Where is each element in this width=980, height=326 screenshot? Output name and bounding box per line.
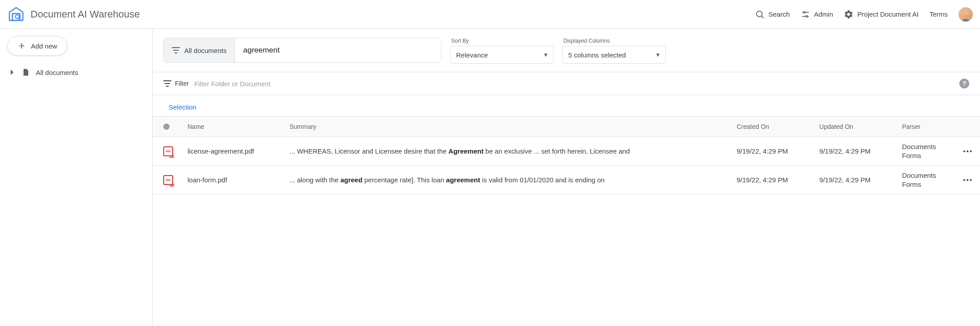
tune-icon <box>801 9 810 19</box>
more-icon: ••• <box>963 147 973 155</box>
summary-text: ... WHEREAS, Licensor and Licensee desir… <box>289 146 722 156</box>
app-title: Document AI Warehouse <box>30 9 140 20</box>
sort-by-value: Relevance <box>456 51 488 59</box>
col-header-summary[interactable]: Summary <box>282 117 729 137</box>
dropdown-arrow-icon: ▾ <box>656 51 660 59</box>
table-row[interactable]: loan-form.pdf ... along with the agreed … <box>152 166 980 194</box>
parser-cell: DocumentsForms <box>902 142 949 160</box>
header-search-button[interactable]: Search <box>755 9 790 19</box>
row-actions-menu[interactable]: ••• <box>956 166 980 194</box>
pdf-icon <box>163 146 173 156</box>
updated-on: 9/19/22, 4:29 PM <box>812 137 895 166</box>
header-terms-label: Terms <box>929 10 948 18</box>
search-container: All documents <box>163 38 441 63</box>
search-scope-label: All documents <box>184 47 226 54</box>
svg-rect-18 <box>165 83 170 84</box>
header-project-label: Project Document AI <box>857 10 919 18</box>
svg-rect-15 <box>173 50 179 51</box>
columns-value: 5 columns selected <box>568 51 626 59</box>
search-scope-selector[interactable]: All documents <box>164 38 235 62</box>
sort-by-label: Sort By <box>450 38 553 44</box>
header-admin-button[interactable]: Admin <box>801 9 833 19</box>
columns-label: Displayed Columns <box>562 38 666 44</box>
more-icon: ••• <box>963 176 973 184</box>
app-header: Document AI Warehouse Search Admin Proj <box>0 0 980 29</box>
svg-point-1 <box>15 14 19 18</box>
document-icon <box>22 68 30 76</box>
header-search-label: Search <box>768 10 790 18</box>
dropdown-arrow-icon: ▾ <box>544 51 548 59</box>
help-icon[interactable]: ? <box>959 79 969 88</box>
file-name: license-agreement.pdf <box>187 147 254 155</box>
svg-rect-17 <box>163 80 171 81</box>
col-header-updated[interactable]: Updated On <box>812 117 895 137</box>
file-name: loan-form.pdf <box>187 176 227 184</box>
columns-dropdown[interactable]: 5 columns selected ▾ <box>562 46 666 64</box>
header-terms-link[interactable]: Terms <box>929 10 948 18</box>
search-icon <box>755 9 765 19</box>
header-admin-label: Admin <box>814 10 833 18</box>
filter-icon <box>163 80 171 87</box>
created-on: 9/19/22, 4:29 PM <box>729 166 812 194</box>
svg-point-3 <box>757 11 762 17</box>
svg-rect-19 <box>166 86 169 87</box>
filter-list-icon <box>172 47 180 53</box>
svg-rect-14 <box>172 47 180 48</box>
sidebar-item-all-documents[interactable]: All documents <box>5 66 147 79</box>
table-row[interactable]: license-agreement.pdf ... WHEREAS, Licen… <box>152 137 980 166</box>
filter-placeholder[interactable]: Filter Folder or Document <box>194 80 270 88</box>
col-header-parser[interactable]: Parser <box>895 117 956 137</box>
parser-cell: DocumentsForms <box>902 171 949 189</box>
col-header-name[interactable]: Name <box>180 117 282 137</box>
main-content: All documents Sort By Relevance ▾ Displa… <box>152 29 980 326</box>
header-project-button[interactable]: Project Document AI <box>844 9 919 19</box>
filter-toggle[interactable]: Filter <box>163 80 189 87</box>
chevron-right-icon <box>10 70 15 75</box>
app-logo-icon <box>7 5 25 23</box>
tab-selection[interactable]: Selection <box>163 100 202 116</box>
pdf-icon <box>163 175 173 185</box>
sort-by-dropdown[interactable]: Relevance ▾ <box>450 46 553 64</box>
add-new-label: Add new <box>31 42 57 50</box>
search-input[interactable] <box>235 38 441 62</box>
gear-icon <box>844 9 854 19</box>
svg-line-4 <box>762 16 763 18</box>
sidebar-item-label: All documents <box>36 69 78 76</box>
svg-rect-16 <box>174 53 177 53</box>
user-avatar[interactable] <box>958 7 973 22</box>
created-on: 9/19/22, 4:29 PM <box>729 137 812 166</box>
add-new-button[interactable]: Add new <box>7 36 67 56</box>
svg-point-9 <box>963 10 968 15</box>
svg-point-7 <box>803 11 805 13</box>
summary-text: ... along with the agreed percentage rat… <box>289 175 722 185</box>
updated-on: 9/19/22, 4:29 PM <box>812 166 895 194</box>
results-table: Name Summary Created On Updated On Parse… <box>152 117 980 194</box>
sidebar: Add new All documents <box>0 29 152 326</box>
filter-label-text: Filter <box>175 80 189 87</box>
logo-block: Document AI Warehouse <box>7 5 140 23</box>
row-actions-menu[interactable]: ••• <box>956 137 980 166</box>
header-actions: Search Admin Project Document AI Terms <box>755 7 973 22</box>
select-all-toggle[interactable] <box>163 123 173 130</box>
col-header-created[interactable]: Created On <box>729 117 812 137</box>
svg-point-8 <box>806 15 808 17</box>
plus-icon <box>17 42 26 50</box>
